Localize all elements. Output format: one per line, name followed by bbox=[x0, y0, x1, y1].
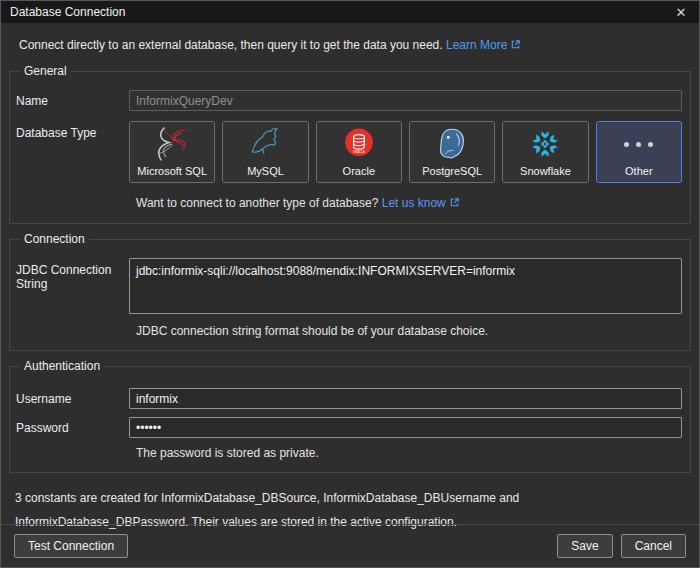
general-section: General Name Database Type bbox=[9, 64, 691, 224]
cancel-button[interactable]: Cancel bbox=[621, 534, 686, 558]
external-link-icon bbox=[510, 39, 521, 53]
dialog-title: Database Connection bbox=[10, 5, 125, 19]
snowflake-icon bbox=[503, 124, 587, 164]
tile-microsoft-sql[interactable]: Microsoft SQL bbox=[129, 121, 215, 183]
jdbc-label: JDBC Connection String bbox=[16, 258, 129, 291]
name-input[interactable] bbox=[129, 90, 682, 111]
username-input[interactable] bbox=[129, 388, 682, 409]
intro-text: Connect directly to an external database… bbox=[1, 23, 699, 64]
jdbc-connection-string-input[interactable]: jdbc:informix-sqli://localhost:9088/mend… bbox=[129, 258, 682, 314]
password-row: Password bbox=[16, 417, 686, 438]
ellipsis-icon bbox=[597, 124, 681, 164]
tile-mysql[interactable]: MySQL bbox=[222, 121, 308, 183]
tile-label: Microsoft SQL bbox=[137, 165, 207, 177]
password-hint: The password is stored as private. bbox=[136, 446, 686, 460]
intro-sentence: Connect directly to an external database… bbox=[19, 38, 443, 52]
jdbc-hint: JDBC connection string format should be … bbox=[136, 324, 686, 338]
password-input[interactable] bbox=[129, 417, 682, 438]
name-label: Name bbox=[16, 94, 129, 108]
username-label: Username bbox=[16, 392, 129, 406]
postgresql-elephant-icon bbox=[410, 124, 494, 164]
tile-label: PostgreSQL bbox=[422, 165, 482, 177]
database-type-label: Database Type bbox=[16, 121, 129, 140]
tile-label: Snowflake bbox=[520, 165, 571, 177]
oracle-icon: ORACLE bbox=[317, 124, 401, 164]
let-us-know-label: Let us know bbox=[382, 196, 446, 210]
let-us-know-link[interactable]: Let us know bbox=[382, 196, 460, 210]
password-label: Password bbox=[16, 421, 129, 435]
connection-legend: Connection bbox=[20, 232, 89, 246]
test-connection-button[interactable]: Test Connection bbox=[14, 534, 128, 558]
database-type-row: Database Type Microsoft SQL bbox=[16, 121, 686, 183]
authentication-legend: Authentication bbox=[20, 359, 104, 373]
database-connection-dialog: Database Connection ✕ Connect directly t… bbox=[0, 0, 700, 568]
general-legend: General bbox=[20, 64, 71, 78]
save-button[interactable]: Save bbox=[557, 534, 612, 558]
learn-more-link[interactable]: Learn More bbox=[446, 38, 521, 52]
tile-other[interactable]: Other bbox=[596, 121, 682, 183]
svg-text:ORACLE: ORACLE bbox=[353, 150, 365, 154]
other-db-prompt: Want to connect to another type of datab… bbox=[136, 196, 686, 211]
tile-oracle[interactable]: ORACLE Oracle bbox=[316, 121, 402, 183]
close-icon[interactable]: ✕ bbox=[663, 1, 699, 23]
name-row: Name bbox=[16, 90, 686, 111]
authentication-section: Authentication Username Password The pas… bbox=[9, 359, 691, 473]
tile-label: Other bbox=[625, 165, 653, 177]
tile-label: MySQL bbox=[247, 165, 284, 177]
footer-bar: Test Connection Save Cancel bbox=[1, 524, 699, 567]
connection-section: Connection JDBC Connection String jdbc:i… bbox=[9, 232, 691, 351]
database-type-tiles: Microsoft SQL MySQL bbox=[129, 121, 682, 183]
title-bar: Database Connection ✕ bbox=[1, 1, 699, 23]
tile-label: Oracle bbox=[343, 165, 375, 177]
tile-snowflake[interactable]: Snowflake bbox=[502, 121, 588, 183]
tile-postgresql[interactable]: PostgreSQL bbox=[409, 121, 495, 183]
external-link-icon bbox=[449, 197, 460, 211]
mssql-icon bbox=[130, 124, 214, 164]
learn-more-label: Learn More bbox=[446, 38, 507, 52]
username-row: Username bbox=[16, 388, 686, 409]
prompt-text: Want to connect to another type of datab… bbox=[136, 196, 378, 210]
mysql-dolphin-icon bbox=[223, 124, 307, 164]
jdbc-row: JDBC Connection String jdbc:informix-sql… bbox=[16, 258, 686, 314]
